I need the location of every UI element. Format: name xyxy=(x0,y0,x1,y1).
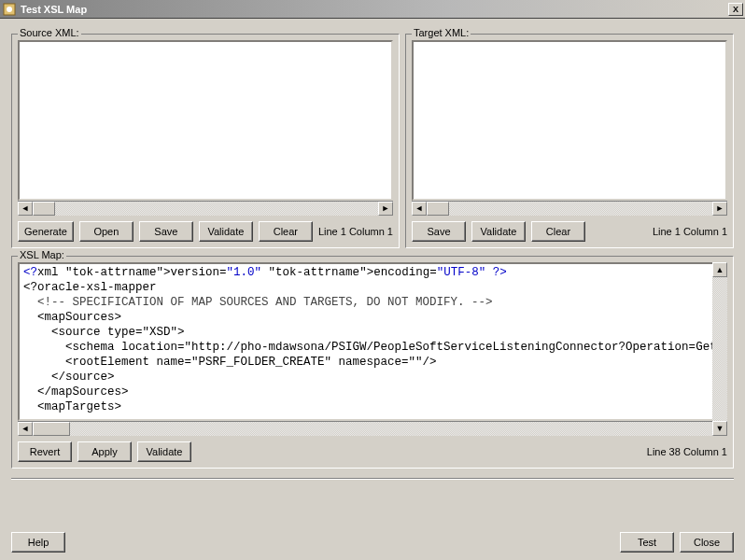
scroll-thumb[interactable] xyxy=(33,202,55,216)
xsl-map-hscroll[interactable]: ◄ ► xyxy=(18,421,727,436)
target-xml-status: Line 1 Column 1 xyxy=(653,226,727,237)
validate-button[interactable]: Validate xyxy=(199,221,253,242)
scroll-down-icon[interactable]: ▼ xyxy=(712,421,727,436)
separator xyxy=(11,478,734,480)
close-icon[interactable]: X xyxy=(728,3,743,16)
source-xml-hscroll[interactable]: ◄ ► xyxy=(18,201,393,216)
scroll-left-icon[interactable]: ◄ xyxy=(412,202,427,216)
scroll-up-icon[interactable]: ▲ xyxy=(712,262,727,277)
code-line: <source type="XSD"> xyxy=(23,326,722,341)
scroll-track[interactable] xyxy=(449,202,712,216)
source-xml-legend: Source XML: xyxy=(18,27,81,38)
code-line: <?xml "tok-attrname">version="1.0" "tok-… xyxy=(23,266,722,281)
code-line: <mapTargets> xyxy=(23,400,722,415)
source-xml-group: Source XML: ◄ ► Generate Open Save Valid… xyxy=(11,34,400,248)
test-button[interactable]: Test xyxy=(620,532,674,553)
code-line: <mapSources> xyxy=(23,311,722,326)
code-line: <schema location="http://pho-mdawsona/PS… xyxy=(23,341,722,356)
window-title: Test XSL Map xyxy=(21,4,728,15)
svg-point-1 xyxy=(7,7,12,12)
clear-button[interactable]: Clear xyxy=(259,221,313,242)
xsl-map-group: XSL Map: <?xml "tok-attrname">version="1… xyxy=(11,256,734,469)
xsl-map-status: Line 38 Column 1 xyxy=(647,446,727,457)
titlebar: Test XSL Map X xyxy=(0,0,745,19)
xsl-map-legend: XSL Map: xyxy=(18,249,66,260)
scroll-right-icon[interactable]: ► xyxy=(712,202,727,216)
xsl-map-vscroll[interactable]: ▲ ▼ xyxy=(712,262,727,436)
scroll-right-icon[interactable]: ► xyxy=(378,202,393,216)
target-xml-group: Target XML: ◄ ► Save Validate Clear Line… xyxy=(405,34,734,248)
save-button[interactable]: Save xyxy=(412,221,466,242)
target-xml-legend: Target XML: xyxy=(412,27,471,38)
scroll-thumb[interactable] xyxy=(33,422,70,436)
source-xml-textarea[interactable] xyxy=(18,40,393,201)
scroll-track[interactable] xyxy=(712,277,727,421)
code-line: </mapSources> xyxy=(23,385,722,400)
open-button[interactable]: Open xyxy=(79,221,134,242)
validate-button[interactable]: Validate xyxy=(137,441,191,462)
scroll-thumb[interactable] xyxy=(427,202,449,216)
scroll-track[interactable] xyxy=(70,422,712,436)
scroll-left-icon[interactable]: ◄ xyxy=(18,422,33,436)
xsl-map-code[interactable]: <?xml "tok-attrname">version="1.0" "tok-… xyxy=(18,262,727,421)
target-xml-textarea[interactable] xyxy=(412,40,727,201)
help-button[interactable]: Help xyxy=(11,532,65,553)
source-xml-status: Line 1 Column 1 xyxy=(318,226,393,237)
scroll-track[interactable] xyxy=(55,202,378,216)
code-line: <?oracle-xsl-mapper xyxy=(23,281,722,296)
app-icon xyxy=(2,2,17,17)
close-button[interactable]: Close xyxy=(680,532,734,553)
apply-button[interactable]: Apply xyxy=(77,441,132,462)
validate-button[interactable]: Validate xyxy=(471,221,526,242)
revert-button[interactable]: Revert xyxy=(18,441,72,462)
code-line: </source> xyxy=(23,371,722,385)
generate-button[interactable]: Generate xyxy=(18,221,74,242)
code-line: <!-- SPECIFICATION OF MAP SOURCES AND TA… xyxy=(23,296,722,311)
target-xml-hscroll[interactable]: ◄ ► xyxy=(412,201,727,216)
scroll-left-icon[interactable]: ◄ xyxy=(18,202,33,216)
save-button[interactable]: Save xyxy=(139,221,193,242)
code-line: <rootElement name="PSRF_FOLDER_CREATE" n… xyxy=(23,356,722,371)
clear-button[interactable]: Clear xyxy=(531,221,585,242)
